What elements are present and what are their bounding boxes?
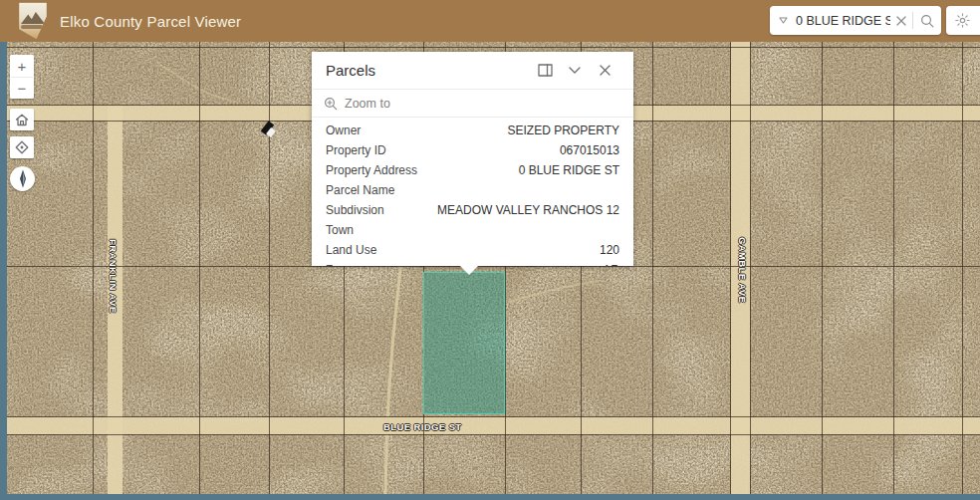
zoom-control: + − [10,55,34,99]
zoom-to-icon [324,97,338,111]
search-widget [770,6,941,35]
parcel-line [269,42,270,494]
field-value: 0 BLUE RIDGE ST [519,163,619,177]
field-label: Land Use [326,243,376,257]
locate-button[interactable] [10,136,34,158]
popup-pointer [460,266,478,275]
close-button[interactable] [590,57,619,85]
search-clear-button[interactable] [890,6,912,35]
collapse-button[interactable] [560,57,590,85]
sun-icon [955,13,970,28]
parcel-line [652,42,653,494]
clear-x-icon [896,16,906,26]
zoom-to-label: Zoom to [345,97,390,111]
parcel-line [93,42,94,494]
parcel-line [7,434,980,435]
parcel-line [730,42,731,494]
parcel-line [893,42,894,494]
dock-button[interactable] [530,57,560,85]
selected-parcel-highlight[interactable] [423,272,505,414]
zoom-out-button[interactable]: − [10,77,34,99]
page-title: Elko County Parcel Viewer [60,13,241,30]
close-icon [600,65,611,76]
parcel-line [750,42,751,494]
field-label: Property ID [326,143,386,157]
field-value: 067015013 [560,143,619,157]
popup-field-row: Town [312,220,633,240]
locate-control [10,136,34,158]
field-label: Subdivsion [326,203,384,217]
home-button[interactable] [10,109,34,130]
street-label-blue-ridge-st: BLUE RIDGE ST [383,421,462,432]
parcel-popup: Parcels [312,52,633,266]
field-value: 120 [600,243,619,257]
locate-icon [15,140,29,154]
popup-fields: Owner SEIZED PROPERTY Property ID 067015… [312,118,633,266]
logo-ribbon-art [21,25,43,29]
street-label-franklin-ave: FRANKLIN AVE [108,239,119,313]
popup-field-row: Land Use 120 [312,240,633,260]
compass-button[interactable] [10,166,35,191]
compass-needle-icon [17,169,29,188]
field-label: Owner [326,124,361,137]
dock-icon [538,64,553,77]
chevron-down-icon [569,67,581,74]
popup-field-row: Owner SEIZED PROPERTY [312,121,633,140]
logo-mountain-art [21,12,45,24]
zoom-to-action[interactable]: Zoom to [312,89,633,118]
search-input[interactable] [796,14,890,28]
home-control [10,109,34,130]
app-window: FRANKLIN AVE GAMBLE AVE BLUE RIDGE ST + … [0,0,980,500]
zoom-in-button[interactable]: + [10,55,34,77]
popup-header: Parcels [312,52,633,89]
field-value: AR [603,263,619,266]
field-label: Parcel Name [326,183,394,197]
popup-field-row: Property Address 0 BLUE RIDGE ST [312,160,633,180]
map-canvas[interactable]: FRANKLIN AVE GAMBLE AVE BLUE RIDGE ST + … [7,42,980,494]
field-label: Zone [326,263,353,266]
search-icon [920,14,934,28]
field-value: SEIZED PROPERTY [508,124,619,137]
parcel-line [7,416,980,417]
parcel-line [822,42,823,494]
parcel-line [199,42,200,494]
triangle-down-icon [779,17,788,24]
elko-county-logo-icon [18,2,48,40]
parcel-line [7,266,980,267]
field-label: Property Address [326,163,417,177]
app-header: Elko County Parcel Viewer [0,0,980,42]
parcel-line [7,47,980,48]
field-label: Town [326,223,354,237]
search-submit-button[interactable] [913,6,941,35]
popup-field-row: Property ID 067015013 [312,140,633,160]
parcel-line [962,42,963,494]
popup-title: Parcels [326,62,530,79]
loading-widget-button[interactable] [946,6,980,35]
popup-field-row: Subdivsion MEADOW VALLEY RANCHOS 12 [312,200,633,220]
home-icon [15,114,29,126]
street-label-gamble-ave: GAMBLE AVE [737,237,748,303]
search-sources-dropdown[interactable] [770,6,796,35]
popup-field-row: Parcel Name [312,180,633,200]
field-value: MEADOW VALLEY RANCHOS 12 [437,203,619,217]
